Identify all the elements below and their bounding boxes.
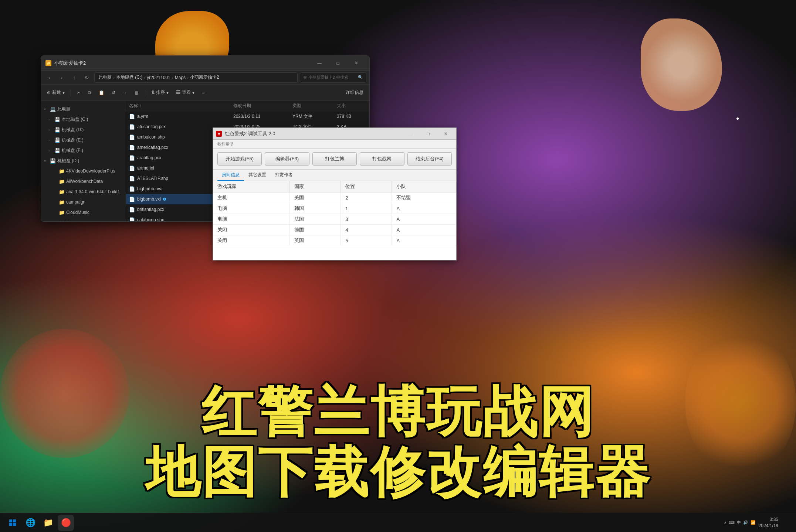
path-sep4: › [187,75,189,80]
tool-icon-symbol: ★ [217,132,221,136]
file-name: ATESLATIP.shp [137,176,168,181]
clock-time: 3:35 [759,516,778,523]
paste-button[interactable]: 📋 [96,87,107,99]
start-icon[interactable] [4,515,21,531]
player-name: 主机 [213,192,289,203]
sidebar-item-ali[interactable]: 📁 AliWorkbenchData [41,176,126,187]
pack-battle-button[interactable]: 打包战网 [360,152,404,166]
tool-help[interactable]: 软件帮助 [213,140,456,149]
player-country: 韩国 [289,203,341,214]
sidebar-item-c[interactable]: › 💾 本地磁盘 (C:) [41,114,126,125]
sidebar-item-campaign[interactable]: 📁 campaign [41,197,126,207]
copy-button[interactable]: ⧉ [85,87,94,99]
taskbar-network-icon[interactable]: 🌐 [22,515,38,531]
tool-maximize-button[interactable]: □ [421,129,436,139]
window-controls: — □ ✕ [311,57,365,69]
cut-button[interactable]: ✂ [74,87,84,99]
table-row[interactable]: 主机 美国 2 不结盟 [213,192,456,203]
tray-arrow[interactable]: ∧ [724,521,726,525]
file-date: 2023/1/2 0:11 [233,114,292,119]
tool-minimize-button[interactable]: — [403,129,418,139]
player-position: 1 [341,203,392,214]
tool-close-button[interactable]: ✕ [438,129,453,139]
sidebar-item-cngame[interactable]: 📁 Cngame [41,218,126,221]
taskbar-tool-icon[interactable]: 🔴 [58,515,74,531]
input-method-cn[interactable]: 中 [737,520,741,525]
file-icon: 📄 [129,166,135,171]
player-position: 5 [341,235,392,246]
table-row[interactable]: 关闭 英国 5 A [213,235,456,246]
path-part-current: 小萌新爱抽卡2 [190,74,219,81]
sidebar-item-cloud[interactable]: 📁 CloudMusic [41,207,126,218]
sidebar-item-4k[interactable]: 📁 4KVideoDownloaderPlus [41,166,126,176]
sidebar-label-e: 机械盘 (E:) [62,137,84,143]
taskbar-files-icon[interactable]: 📁 [40,515,56,531]
back-button[interactable]: ‹ [44,72,54,83]
tool-title-text: 红色警戒2 调试工具 2.0 [225,130,400,137]
tab-room-info-label: 房间信息 [222,172,240,178]
network-status-icon: 📶 [751,520,756,525]
details-button[interactable]: 详细信息 [343,87,366,99]
path-sep1: › [113,75,115,80]
player-country: 德国 [289,225,341,235]
sidebar-item-pc[interactable]: ▾ 💻 此电脑 [41,104,126,114]
start-game-button[interactable]: 开始游戏(F5) [217,152,262,166]
show-desktop-button[interactable] [781,515,792,530]
search-box[interactable]: 在 小萌新爱抽卡2 中搜索 🔍 [300,72,366,83]
player-position: 2 [341,192,392,203]
tool-buttons-bar: 开始游戏(F5) 编辑器(F3) 打包兰博 打包战网 结束后台(F4) [213,149,456,170]
tab-settings[interactable]: 其它设置 [244,170,271,181]
file-type: YRM 文件 [292,113,337,120]
sidebar-item-d[interactable]: › 💾 机械盘 (D:) [41,125,126,135]
sidebar-item-disk-d2[interactable]: ▾ 💾 机械盘 (D:) [41,156,126,166]
share-button[interactable]: → [120,87,130,99]
editor-button[interactable]: 编辑器(F3) [265,152,309,166]
refresh-button[interactable]: ↻ [82,72,92,83]
minimize-button[interactable]: — [311,57,328,69]
file-icon: 📄 [129,114,135,119]
new-label: 新建 [52,89,61,96]
file-row[interactable]: 📄a.yrm 2023/1/2 0:11 YRM 文件 378 KB [126,111,369,122]
disk-c-icon: 💾 [54,117,60,122]
sidebar-item-e[interactable]: › 💾 机械盘 (E:) [41,135,126,145]
more-button[interactable]: ··· [199,87,209,99]
col-country: 国家 [289,181,341,192]
speaker-icon: 🔊 [743,520,748,525]
sidebar-label-cngame: Cngame [66,220,83,221]
delete-button[interactable]: 🗑 [132,87,142,99]
col-name: 名称 ↑ [129,103,233,109]
table-row[interactable]: 电脑 法国 3 A [213,214,456,225]
file-icon: 📄 [129,155,135,161]
view-button[interactable]: ☰ 查看 ▾ [173,87,197,99]
pack-rambo-button[interactable]: 打包兰博 [312,152,357,166]
overlay-line2: 地图下载修改编辑器 [0,442,796,502]
close-button[interactable]: ✕ [348,57,365,69]
folder-cngame-icon: 📁 [59,220,65,222]
sidebar-label-disk-d2: 机械盘 (D:) [57,158,79,164]
sidebar-label-pc: 此电脑 [57,106,71,112]
sidebar-item-aria[interactable]: 📁 aria-1.34.0-win-64bit-build1 [41,187,126,197]
file-icon: 📄 [129,197,135,202]
new-button[interactable]: ⊕新建▾ [44,87,68,99]
up-button[interactable]: ↑ [69,72,79,83]
pack-rambo-label: 打包兰博 [325,156,344,162]
table-row[interactable]: 电脑 韩国 1 A [213,203,456,214]
tab-donate[interactable]: 打赏作者 [271,170,297,181]
end-bg-button[interactable]: 结束后台(F4) [407,152,452,166]
explorer-window-icon: 📁 [45,60,51,66]
clock[interactable]: 3:35 2024/1/19 [759,516,778,529]
path-part-computer: 此电脑 [98,74,112,81]
sidebar-item-f[interactable]: › 💾 机械盘 (F:) [41,145,126,156]
file-name: africanflag.pcx [137,124,166,129]
col-date: 修改日期 [233,103,292,109]
tab-room-info[interactable]: 房间信息 [217,170,244,181]
address-path[interactable]: 此电脑 › 本地磁盘 (C:) › yr20211001 › Maps › 小萌… [94,72,298,83]
chevron-icon4: › [48,149,53,153]
sort-button[interactable]: ⇅ 排序 ▾ [148,87,172,99]
forward-button[interactable]: › [57,72,67,83]
table-row[interactable]: 关闭 德国 4 A [213,225,456,235]
file-icon: 📄 [129,145,135,150]
rename-button[interactable]: ↺ [109,87,118,99]
maximize-button[interactable]: □ [329,57,346,69]
sidebar-label-c: 本地磁盘 (C:) [62,116,88,123]
